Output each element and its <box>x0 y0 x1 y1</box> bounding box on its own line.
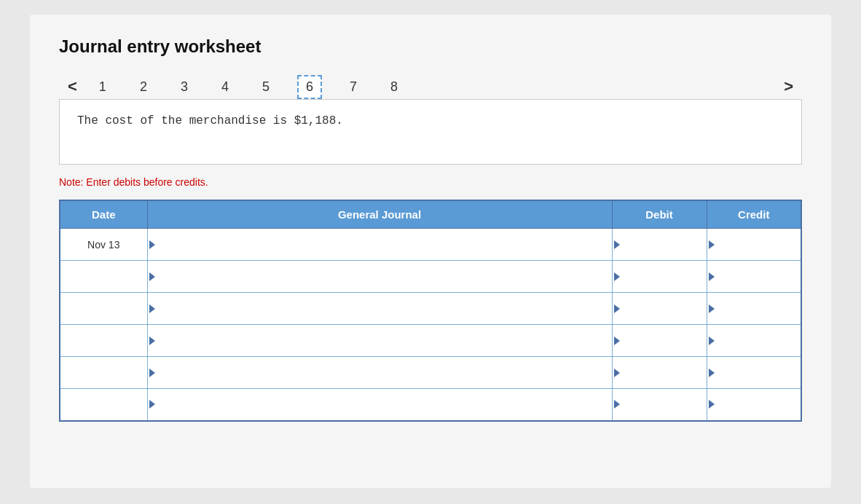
general-input-4[interactable] <box>162 367 606 379</box>
triangle-credit-icon <box>709 400 715 409</box>
triangle-credit-icon <box>709 240 715 249</box>
header-credit: Credit <box>707 200 801 229</box>
description-box: The cost of the merchandise is $1,188. <box>59 99 802 165</box>
debit-cell-0[interactable] <box>612 229 707 261</box>
general-cell-5[interactable] <box>147 389 612 421</box>
triangle-credit-icon <box>709 272 715 281</box>
header-general-journal: General Journal <box>147 200 612 229</box>
debit-input-3[interactable] <box>618 335 701 347</box>
table-row <box>60 293 801 325</box>
prev-arrow[interactable]: < <box>59 74 86 99</box>
credit-cell-1[interactable] <box>707 261 801 293</box>
general-input-2[interactable] <box>162 303 606 315</box>
table-row <box>60 357 801 389</box>
triangle-debit-icon <box>614 240 620 249</box>
triangle-general-icon <box>149 336 155 345</box>
page-num-7[interactable]: 7 <box>344 76 363 98</box>
credit-cell-2[interactable] <box>707 293 801 325</box>
note-text: Note: Enter debits before credits. <box>59 176 802 188</box>
general-input-3[interactable] <box>162 335 606 347</box>
triangle-debit-icon <box>614 336 620 345</box>
general-cell-3[interactable] <box>147 325 612 357</box>
credit-input-5[interactable] <box>713 398 795 410</box>
date-cell-1[interactable] <box>60 261 147 293</box>
table-row <box>60 389 801 421</box>
debit-cell-2[interactable] <box>612 293 707 325</box>
page-num-4[interactable]: 4 <box>216 76 235 98</box>
page-num-8[interactable]: 8 <box>385 76 404 98</box>
triangle-general-icon <box>149 240 155 249</box>
worksheet-container: Journal entry worksheet < 12345678 > The… <box>30 15 831 488</box>
credit-input-2[interactable] <box>713 303 795 315</box>
date-cell-4[interactable] <box>60 357 147 389</box>
debit-input-4[interactable] <box>618 367 701 379</box>
general-input-1[interactable] <box>162 271 606 283</box>
credit-cell-5[interactable] <box>707 389 801 421</box>
pagination: < 12345678 > <box>59 74 802 99</box>
debit-cell-4[interactable] <box>612 357 707 389</box>
date-cell-0[interactable]: Nov 13 <box>60 229 147 261</box>
header-debit: Debit <box>612 200 707 229</box>
general-cell-1[interactable] <box>147 261 612 293</box>
triangle-general-icon <box>149 304 155 313</box>
page-num-3[interactable]: 3 <box>175 76 194 98</box>
debit-cell-1[interactable] <box>612 261 707 293</box>
page-num-6[interactable]: 6 <box>297 75 322 99</box>
credit-input-3[interactable] <box>713 335 795 347</box>
debit-cell-3[interactable] <box>612 325 707 357</box>
credit-input-1[interactable] <box>713 271 795 283</box>
date-cell-5[interactable] <box>60 389 147 421</box>
table-row <box>60 325 801 357</box>
triangle-credit-icon <box>709 304 715 313</box>
header-date: Date <box>60 200 147 229</box>
general-cell-0[interactable] <box>147 229 612 261</box>
triangle-debit-icon <box>614 400 620 409</box>
triangle-debit-icon <box>614 369 620 377</box>
debit-input-5[interactable] <box>618 398 701 410</box>
triangle-debit-icon <box>614 272 620 281</box>
triangle-credit-icon <box>709 336 715 345</box>
triangle-debit-icon <box>614 304 620 313</box>
credit-input-0[interactable] <box>713 239 795 251</box>
credit-cell-0[interactable] <box>707 229 801 261</box>
credit-cell-4[interactable] <box>707 357 801 389</box>
pagination-items: 12345678 <box>86 75 775 99</box>
triangle-general-icon <box>149 369 155 377</box>
triangle-credit-icon <box>709 369 715 377</box>
journal-table: Date General Journal Debit Credit Nov 13 <box>59 200 802 422</box>
general-input-5[interactable] <box>162 398 606 410</box>
table-row: Nov 13 <box>60 229 801 261</box>
date-cell-2[interactable] <box>60 293 147 325</box>
triangle-general-icon <box>149 400 155 409</box>
next-arrow[interactable]: > <box>775 74 802 99</box>
description-text: The cost of the merchandise is $1,188. <box>77 114 784 127</box>
debit-cell-5[interactable] <box>612 389 707 421</box>
general-cell-4[interactable] <box>147 357 612 389</box>
credit-input-4[interactable] <box>713 367 795 379</box>
triangle-general-icon <box>149 272 155 281</box>
page-num-2[interactable]: 2 <box>134 76 153 98</box>
date-cell-3[interactable] <box>60 325 147 357</box>
table-body: Nov 13 <box>60 229 801 421</box>
credit-cell-3[interactable] <box>707 325 801 357</box>
debit-input-0[interactable] <box>618 239 701 251</box>
page-num-1[interactable]: 1 <box>93 76 112 98</box>
page-title: Journal entry worksheet <box>59 36 802 57</box>
general-input-0[interactable] <box>162 239 606 251</box>
general-cell-2[interactable] <box>147 293 612 325</box>
table-header-row: Date General Journal Debit Credit <box>60 200 801 229</box>
table-row <box>60 261 801 293</box>
page-num-5[interactable]: 5 <box>256 76 275 98</box>
debit-input-2[interactable] <box>618 303 701 315</box>
debit-input-1[interactable] <box>618 271 701 283</box>
